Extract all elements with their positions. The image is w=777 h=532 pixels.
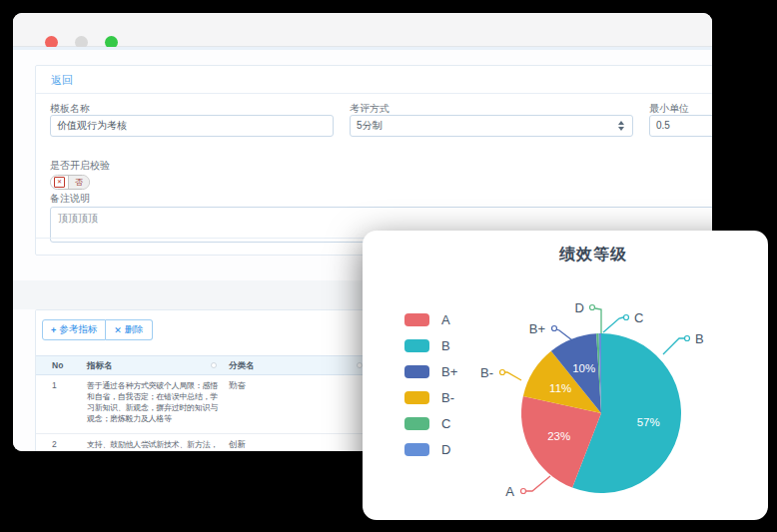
label-line-dot-B+ (552, 326, 557, 331)
slice-outer-label-A: A (505, 484, 514, 499)
label-line-D (595, 308, 601, 333)
table-toolbar: + 参考指标 ✕ 删除 (42, 319, 153, 340)
indicator-name-cell: 善于通过各种方式突破个人局限：感悟和自省，自我否定；在错误中总结，学习新知识、新… (87, 380, 223, 424)
add-indicator-label: 参考指标 (59, 323, 97, 336)
slice-percent-label: 23% (547, 430, 570, 442)
slice-percent-label: 10% (572, 362, 595, 374)
slice-percent-label: 57% (637, 416, 660, 428)
header-indicator-name[interactable]: 指标名 (87, 360, 113, 372)
header-category-name[interactable]: 分类名 (229, 360, 255, 372)
slice-outer-label-C: C (634, 310, 643, 325)
min-unit-label: 最小单位 (649, 102, 689, 116)
label-line-B (663, 338, 684, 354)
back-row: 返回 (36, 66, 712, 94)
delete-label: 删除 (125, 323, 144, 336)
category-cell: 勤奋 (229, 380, 246, 392)
template-name-label: 模板名称 (50, 102, 90, 116)
min-unit-input[interactable]: 0.5 (649, 115, 712, 137)
performance-chart-card: 绩效等级 ABB+B-CD 57%23%11%10%BAB-B+DC (363, 231, 768, 520)
sort-icon-indicator-name[interactable] (211, 362, 217, 368)
validation-label: 是否开启校验 (50, 159, 110, 173)
delete-button[interactable]: ✕ 删除 (106, 319, 153, 340)
back-link[interactable]: 返回 (51, 73, 73, 88)
select-arrows-icon (618, 121, 624, 131)
slice-percent-label: 11% (549, 382, 571, 394)
label-line-dot-B- (500, 370, 505, 375)
slice-outer-label-D: D (575, 300, 584, 315)
label-line-dot-A (521, 489, 526, 494)
label-line-B+ (556, 329, 572, 340)
indicator-name-cell: 支持、鼓励他人尝试新技术、新方法，并允许出现小问题 (87, 439, 223, 451)
category-cell: 创新 (229, 439, 246, 451)
method-label: 考评方式 (350, 102, 389, 116)
header-no: No (52, 360, 63, 370)
form-panel: 返回 模板名称 价值观行为考核 考评方式 5分制 最小单位 0.5 是否开启校验… (35, 65, 712, 256)
label-line-dot-B (685, 336, 690, 341)
pie-chart: 57%23%11%10%BAB-B+DC (363, 231, 768, 520)
remark-label: 备注说明 (50, 192, 90, 206)
label-line-B- (504, 372, 521, 380)
slice-outer-label-B-: B- (480, 365, 493, 380)
plus-icon: + (51, 325, 56, 335)
titlebar (13, 13, 712, 47)
validation-toggle[interactable]: ✕ 否 (50, 175, 90, 190)
method-select-value: 5分制 (357, 116, 383, 136)
method-select[interactable]: 5分制 (350, 115, 633, 137)
label-line-C (603, 317, 623, 332)
slice-outer-label-B+: B+ (529, 321, 545, 336)
toggle-off-icon: ✕ (51, 176, 69, 189)
label-line-dot-C (624, 315, 629, 320)
toggle-off-label: 否 (69, 176, 89, 189)
label-line-dot-D (590, 305, 595, 310)
delete-x-icon: ✕ (114, 325, 122, 335)
row-number: 2 (52, 439, 57, 449)
row-number: 1 (52, 380, 57, 390)
template-name-input[interactable]: 价值观行为考核 (50, 115, 334, 137)
slice-outer-label-B: B (695, 331, 704, 346)
add-indicator-button[interactable]: + 参考指标 (42, 319, 106, 340)
label-line-A (526, 476, 550, 491)
